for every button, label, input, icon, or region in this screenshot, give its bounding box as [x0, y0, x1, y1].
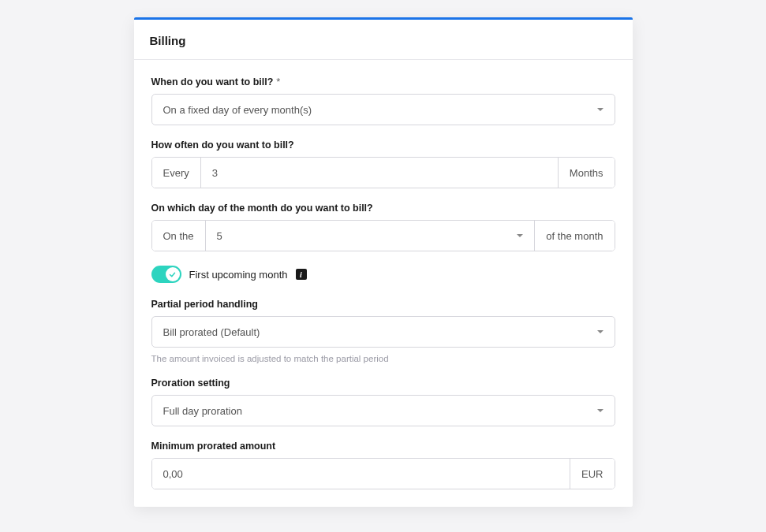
when-to-bill-value: On a fixed day of every month(s)	[163, 104, 312, 116]
info-icon[interactable]: i	[296, 269, 307, 280]
which-day-value: 5	[217, 230, 222, 242]
first-upcoming-toggle-row: First upcoming month i	[151, 266, 615, 283]
partial-period-value: Bill prorated (Default)	[163, 326, 260, 338]
partial-period-label: Partial period handling	[151, 299, 615, 310]
field-which-day: On which day of the month do you want to…	[151, 203, 615, 251]
card-body: When do you want to bill? * On a fixed d…	[134, 60, 633, 507]
field-how-often: How often do you want to bill? Every Mon…	[151, 140, 615, 188]
min-prorated-input-group: EUR	[151, 458, 615, 489]
billing-card: Billing When do you want to bill? * On a…	[134, 17, 633, 507]
how-often-input-group: Every Months	[151, 157, 615, 188]
partial-period-select[interactable]: Bill prorated (Default)	[151, 316, 615, 348]
min-prorated-currency: EUR	[570, 459, 614, 489]
which-day-prefix: On the	[152, 221, 206, 251]
card-title: Billing	[150, 34, 617, 47]
min-prorated-label: Minimum prorated amount	[151, 441, 615, 452]
required-asterisk-icon: *	[276, 76, 280, 87]
how-often-label: How often do you want to bill?	[151, 140, 615, 151]
partial-period-hint: The amount invoiced is adjusted to match…	[151, 354, 615, 363]
which-day-input-group: On the 5 of the month	[151, 220, 615, 251]
chevron-down-icon	[517, 234, 523, 237]
when-to-bill-select[interactable]: On a fixed day of every month(s)	[151, 94, 615, 125]
when-to-bill-label: When do you want to bill? *	[151, 76, 615, 87]
chevron-down-icon	[597, 330, 603, 333]
proration-label: Proration setting	[151, 378, 615, 389]
chevron-down-icon	[597, 409, 603, 412]
first-upcoming-label: First upcoming month	[189, 269, 288, 281]
card-header: Billing	[134, 20, 633, 60]
first-upcoming-toggle[interactable]	[151, 266, 181, 283]
checkmark-icon	[169, 271, 176, 278]
chevron-down-icon	[597, 108, 603, 111]
how-often-prefix: Every	[152, 158, 201, 188]
how-often-input[interactable]	[201, 158, 558, 188]
which-day-select[interactable]: 5	[206, 221, 535, 251]
proration-value: Full day proration	[163, 405, 242, 417]
toggle-knob	[166, 267, 180, 281]
which-day-suffix: of the month	[534, 221, 614, 251]
field-proration-setting: Proration setting Full day proration	[151, 378, 615, 426]
how-often-suffix: Months	[558, 158, 615, 188]
field-when-to-bill: When do you want to bill? * On a fixed d…	[151, 76, 615, 125]
min-prorated-input[interactable]	[152, 459, 570, 489]
field-partial-period: Partial period handling Bill prorated (D…	[151, 299, 615, 363]
which-day-label: On which day of the month do you want to…	[151, 203, 615, 214]
field-min-prorated: Minimum prorated amount EUR	[151, 441, 615, 489]
proration-select[interactable]: Full day proration	[151, 395, 615, 426]
